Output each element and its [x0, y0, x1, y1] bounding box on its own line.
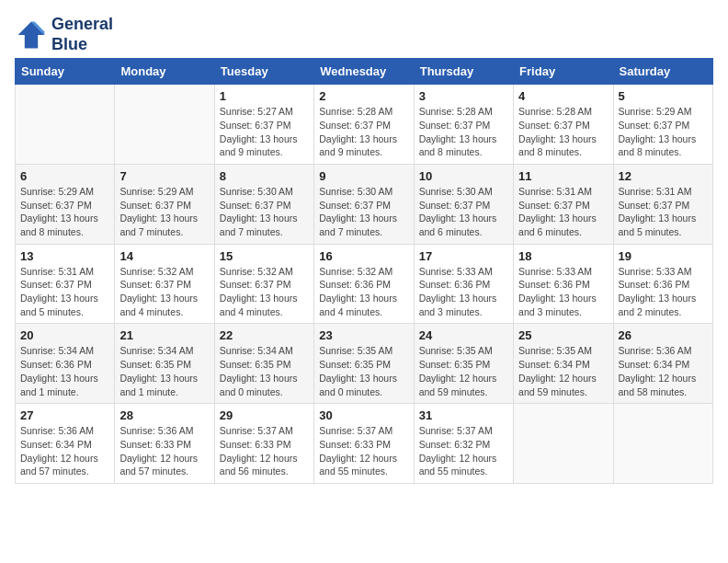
calendar-day-cell: 18Sunrise: 5:33 AMSunset: 6:36 PMDayligh…	[514, 244, 613, 324]
weekday-header-row: SundayMondayTuesdayWednesdayThursdayFrid…	[16, 59, 713, 85]
day-number: 9	[319, 169, 408, 183]
calendar-table: SundayMondayTuesdayWednesdayThursdayFrid…	[15, 58, 713, 484]
calendar-day-cell: 29Sunrise: 5:37 AMSunset: 6:33 PMDayligh…	[214, 404, 313, 484]
day-info: Sunrise: 5:30 AMSunset: 6:37 PMDaylight:…	[220, 185, 309, 239]
day-number: 8	[220, 169, 309, 183]
day-number: 22	[220, 328, 309, 342]
day-number: 24	[419, 328, 508, 342]
day-info: Sunrise: 5:32 AMSunset: 6:36 PMDaylight:…	[319, 265, 408, 319]
logo-icon	[15, 18, 48, 52]
calendar-day-cell: 21Sunrise: 5:34 AMSunset: 6:35 PMDayligh…	[115, 324, 214, 404]
day-info: Sunrise: 5:35 AMSunset: 6:34 PMDaylight:…	[518, 344, 608, 398]
calendar-day-cell: 7Sunrise: 5:29 AMSunset: 6:37 PMDaylight…	[115, 164, 214, 244]
day-info: Sunrise: 5:35 AMSunset: 6:35 PMDaylight:…	[419, 344, 508, 398]
weekday-header-cell: Thursday	[414, 59, 513, 85]
day-info: Sunrise: 5:29 AMSunset: 6:37 PMDaylight:…	[619, 105, 708, 159]
calendar-day-cell: 11Sunrise: 5:31 AMSunset: 6:37 PMDayligh…	[514, 164, 613, 244]
calendar-day-cell: 24Sunrise: 5:35 AMSunset: 6:35 PMDayligh…	[414, 324, 513, 404]
weekday-header-cell: Saturday	[613, 59, 712, 85]
day-info: Sunrise: 5:37 AMSunset: 6:32 PMDaylight:…	[419, 424, 508, 478]
calendar-day-cell: 15Sunrise: 5:32 AMSunset: 6:37 PMDayligh…	[214, 244, 313, 324]
day-number: 2	[319, 89, 408, 103]
day-number: 21	[119, 328, 209, 342]
day-info: Sunrise: 5:29 AMSunset: 6:37 PMDaylight:…	[119, 185, 209, 239]
calendar-day-cell: 12Sunrise: 5:31 AMSunset: 6:37 PMDayligh…	[613, 164, 712, 244]
calendar-day-cell: 9Sunrise: 5:30 AMSunset: 6:37 PMDaylight…	[314, 164, 414, 244]
calendar-day-cell: 2Sunrise: 5:28 AMSunset: 6:37 PMDaylight…	[314, 85, 414, 165]
calendar-day-cell: 25Sunrise: 5:35 AMSunset: 6:34 PMDayligh…	[514, 324, 613, 404]
day-info: Sunrise: 5:31 AMSunset: 6:37 PMDaylight:…	[619, 185, 708, 239]
day-info: Sunrise: 5:30 AMSunset: 6:37 PMDaylight:…	[319, 185, 408, 239]
day-number: 23	[319, 328, 408, 342]
weekday-header-cell: Wednesday	[314, 59, 414, 85]
svg-marker-0	[18, 21, 45, 48]
day-info: Sunrise: 5:33 AMSunset: 6:36 PMDaylight:…	[619, 265, 708, 319]
logo-text: General Blue	[51, 15, 113, 54]
page-header: General Blue	[15, 15, 713, 54]
day-info: Sunrise: 5:37 AMSunset: 6:33 PMDaylight:…	[220, 424, 309, 478]
day-number: 17	[419, 249, 508, 263]
calendar-day-cell: 16Sunrise: 5:32 AMSunset: 6:36 PMDayligh…	[314, 244, 414, 324]
day-number: 31	[419, 408, 508, 422]
calendar-day-cell	[613, 404, 712, 484]
calendar-day-cell	[16, 85, 115, 165]
day-info: Sunrise: 5:36 AMSunset: 6:34 PMDaylight:…	[20, 424, 109, 478]
calendar-day-cell: 8Sunrise: 5:30 AMSunset: 6:37 PMDaylight…	[214, 164, 313, 244]
weekday-header-cell: Sunday	[16, 59, 115, 85]
calendar-day-cell: 19Sunrise: 5:33 AMSunset: 6:36 PMDayligh…	[613, 244, 712, 324]
calendar-week-row: 27Sunrise: 5:36 AMSunset: 6:34 PMDayligh…	[16, 404, 713, 484]
calendar-day-cell: 31Sunrise: 5:37 AMSunset: 6:32 PMDayligh…	[414, 404, 513, 484]
day-info: Sunrise: 5:28 AMSunset: 6:37 PMDaylight:…	[419, 105, 508, 159]
calendar-day-cell: 3Sunrise: 5:28 AMSunset: 6:37 PMDaylight…	[414, 85, 513, 165]
calendar-day-cell: 17Sunrise: 5:33 AMSunset: 6:36 PMDayligh…	[414, 244, 513, 324]
day-info: Sunrise: 5:28 AMSunset: 6:37 PMDaylight:…	[319, 105, 408, 159]
day-info: Sunrise: 5:29 AMSunset: 6:37 PMDaylight:…	[20, 185, 109, 239]
calendar-day-cell: 5Sunrise: 5:29 AMSunset: 6:37 PMDaylight…	[613, 85, 712, 165]
day-info: Sunrise: 5:32 AMSunset: 6:37 PMDaylight:…	[220, 265, 309, 319]
day-info: Sunrise: 5:32 AMSunset: 6:37 PMDaylight:…	[119, 265, 209, 319]
calendar-day-cell: 23Sunrise: 5:35 AMSunset: 6:35 PMDayligh…	[314, 324, 414, 404]
day-number: 3	[419, 89, 508, 103]
calendar-day-cell: 30Sunrise: 5:37 AMSunset: 6:33 PMDayligh…	[314, 404, 414, 484]
calendar-day-cell: 28Sunrise: 5:36 AMSunset: 6:33 PMDayligh…	[115, 404, 214, 484]
day-info: Sunrise: 5:31 AMSunset: 6:37 PMDaylight:…	[518, 185, 608, 239]
day-info: Sunrise: 5:37 AMSunset: 6:33 PMDaylight:…	[319, 424, 408, 478]
day-number: 13	[20, 249, 109, 263]
day-info: Sunrise: 5:34 AMSunset: 6:35 PMDaylight:…	[220, 344, 309, 398]
weekday-header-cell: Tuesday	[214, 59, 313, 85]
day-info: Sunrise: 5:33 AMSunset: 6:36 PMDaylight:…	[518, 265, 608, 319]
day-info: Sunrise: 5:35 AMSunset: 6:35 PMDaylight:…	[319, 344, 408, 398]
calendar-day-cell: 13Sunrise: 5:31 AMSunset: 6:37 PMDayligh…	[16, 244, 115, 324]
day-info: Sunrise: 5:28 AMSunset: 6:37 PMDaylight:…	[518, 105, 608, 159]
calendar-week-row: 20Sunrise: 5:34 AMSunset: 6:36 PMDayligh…	[16, 324, 713, 404]
logo: General Blue	[15, 15, 113, 54]
calendar-day-cell: 1Sunrise: 5:27 AMSunset: 6:37 PMDaylight…	[214, 85, 313, 165]
day-number: 20	[20, 328, 109, 342]
day-info: Sunrise: 5:36 AMSunset: 6:34 PMDaylight:…	[619, 344, 708, 398]
calendar-day-cell: 6Sunrise: 5:29 AMSunset: 6:37 PMDaylight…	[16, 164, 115, 244]
calendar-week-row: 13Sunrise: 5:31 AMSunset: 6:37 PMDayligh…	[16, 244, 713, 324]
day-info: Sunrise: 5:34 AMSunset: 6:36 PMDaylight:…	[20, 344, 109, 398]
calendar-day-cell	[115, 85, 214, 165]
calendar-day-cell: 27Sunrise: 5:36 AMSunset: 6:34 PMDayligh…	[16, 404, 115, 484]
calendar-day-cell: 26Sunrise: 5:36 AMSunset: 6:34 PMDayligh…	[613, 324, 712, 404]
day-info: Sunrise: 5:36 AMSunset: 6:33 PMDaylight:…	[119, 424, 209, 478]
day-info: Sunrise: 5:31 AMSunset: 6:37 PMDaylight:…	[20, 265, 109, 319]
calendar-day-cell: 22Sunrise: 5:34 AMSunset: 6:35 PMDayligh…	[214, 324, 313, 404]
day-number: 16	[319, 249, 408, 263]
day-number: 19	[619, 249, 708, 263]
day-number: 11	[518, 169, 608, 183]
weekday-header-cell: Friday	[514, 59, 613, 85]
calendar-day-cell: 4Sunrise: 5:28 AMSunset: 6:37 PMDaylight…	[514, 85, 613, 165]
weekday-header-cell: Monday	[115, 59, 214, 85]
day-number: 12	[619, 169, 708, 183]
day-number: 25	[518, 328, 608, 342]
calendar-day-cell	[514, 404, 613, 484]
day-number: 27	[20, 408, 109, 422]
calendar-week-row: 1Sunrise: 5:27 AMSunset: 6:37 PMDaylight…	[16, 85, 713, 165]
day-number: 6	[20, 169, 109, 183]
day-number: 5	[619, 89, 708, 103]
day-number: 29	[220, 408, 309, 422]
day-info: Sunrise: 5:34 AMSunset: 6:35 PMDaylight:…	[119, 344, 209, 398]
day-number: 26	[619, 328, 708, 342]
